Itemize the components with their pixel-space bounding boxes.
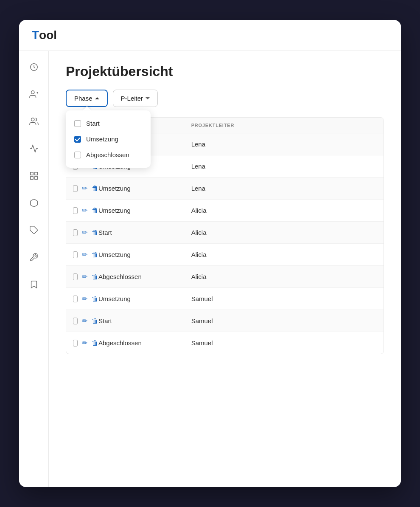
pleiter-filter-button[interactable]: P-Leiter <box>113 90 158 107</box>
phase-start-label: Start <box>86 120 100 127</box>
row-actions: ✏ 🗑 <box>73 184 98 192</box>
delete-icon[interactable]: 🗑 <box>92 339 98 347</box>
phase-cell: Abgeschlossen <box>98 273 191 280</box>
logo-highlight: T <box>32 28 39 42</box>
row-checkbox[interactable] <box>73 340 78 346</box>
analytics-icon[interactable] <box>26 141 42 156</box>
delete-icon[interactable]: 🗑 <box>92 295 98 303</box>
projektleiter-cell: Alicia <box>191 273 284 280</box>
phase-option-abgeschlossen[interactable]: Abgeschlossen <box>66 147 151 163</box>
table-row: ✏ 🗑 Umsetzung Alicia <box>66 200 384 222</box>
edit-icon[interactable]: ✏ <box>82 273 87 281</box>
table-row: ✏ 🗑 Start Samuel <box>66 310 384 332</box>
grid-icon[interactable] <box>26 168 42 183</box>
logo-text: ool <box>39 28 57 42</box>
phase-cell: Umsetzung <box>98 207 191 214</box>
edit-icon[interactable]: ✏ <box>82 184 87 192</box>
projektleiter-cell: Lena <box>191 163 284 170</box>
edit-icon[interactable]: ✏ <box>82 206 87 214</box>
table-row: ✏ 🗑 Umsetzung Samuel <box>66 288 384 310</box>
sidebar <box>19 51 49 487</box>
phase-dropdown-menu: Start Umsetzung Abgeschlossen <box>66 110 151 168</box>
edit-icon[interactable]: ✏ <box>82 339 87 347</box>
th-extra <box>284 123 377 128</box>
phase-cell: Abgeschlossen <box>98 339 191 346</box>
projektleiter-cell: Samuel <box>191 295 284 302</box>
phase-filter-button[interactable]: Phase <box>66 90 108 107</box>
row-checkbox[interactable] <box>73 318 78 324</box>
page-title: Projektübersicht <box>66 64 384 79</box>
dropdown-arrow <box>83 106 91 110</box>
row-actions: ✏ 🗑 <box>73 273 98 281</box>
phase-start-checkbox[interactable] <box>74 120 81 127</box>
row-actions: ✏ 🗑 <box>73 228 98 237</box>
projektleiter-cell: Samuel <box>191 339 284 346</box>
row-checkbox[interactable] <box>73 273 78 280</box>
logo: Tool <box>32 28 388 42</box>
svg-rect-8 <box>30 177 33 179</box>
packages-icon[interactable] <box>26 195 42 211</box>
phase-dropdown-wrapper: Phase Start Umsetzung <box>66 90 108 107</box>
app-window: Tool <box>19 20 401 487</box>
content: Projektübersicht Phase Start <box>49 51 401 487</box>
delete-icon[interactable]: 🗑 <box>92 229 98 237</box>
table-row: ✏ 🗑 Abgeschlossen Samuel <box>66 332 384 354</box>
phase-cell: Umsetzung <box>98 251 191 258</box>
row-actions: ✏ 🗑 <box>73 339 98 347</box>
users-icon[interactable] <box>26 87 42 102</box>
projektleiter-cell: Alicia <box>191 229 284 236</box>
projektleiter-cell: Alicia <box>191 207 284 214</box>
pleiter-filter-label: P-Leiter <box>121 95 143 102</box>
dashboard-icon[interactable] <box>26 59 42 75</box>
table-row: ✏ 🗑 Umsetzung Alicia <box>66 244 384 266</box>
projektleiter-cell: Lena <box>191 141 284 148</box>
table-row: ✏ 🗑 Abgeschlossen Alicia <box>66 266 384 288</box>
phase-option-start[interactable]: Start <box>66 115 151 131</box>
th-projektleiter: PROJEKTLEITER <box>191 123 284 128</box>
table-row: ✏ 🗑 Start Alicia <box>66 222 384 244</box>
delete-icon[interactable]: 🗑 <box>92 185 98 192</box>
row-actions: ✏ 🗑 <box>73 317 98 325</box>
tags-icon[interactable] <box>26 223 42 238</box>
phase-cell: Umsetzung <box>98 185 191 192</box>
pleiter-chevron-down-icon <box>146 97 150 99</box>
edit-icon[interactable]: ✏ <box>82 251 87 259</box>
row-actions: ✏ 🗑 <box>73 251 98 259</box>
row-actions: ✏ 🗑 <box>73 206 98 214</box>
svg-point-4 <box>31 118 34 121</box>
svg-rect-7 <box>34 177 37 179</box>
projektleiter-cell: Alicia <box>191 251 284 258</box>
edit-icon[interactable]: ✏ <box>82 317 87 325</box>
bookmark-icon[interactable] <box>26 277 42 292</box>
projektleiter-cell: Samuel <box>191 317 284 324</box>
delete-icon[interactable]: 🗑 <box>92 273 98 281</box>
filter-bar: Phase Start Umsetzung <box>66 90 384 107</box>
main-layout: Projektübersicht Phase Start <box>19 51 401 487</box>
phase-abgeschlossen-checkbox[interactable] <box>74 152 81 158</box>
phase-option-umsetzung[interactable]: Umsetzung <box>66 131 151 147</box>
phase-umsetzung-checkbox[interactable] <box>74 136 81 143</box>
row-checkbox[interactable] <box>73 185 78 192</box>
phase-abgeschlossen-label: Abgeschlossen <box>86 151 129 158</box>
phase-cell: Start <box>98 317 191 324</box>
svg-rect-5 <box>30 172 33 175</box>
phase-filter-label: Phase <box>74 95 92 102</box>
delete-icon[interactable]: 🗑 <box>92 207 98 214</box>
svg-rect-6 <box>34 172 37 175</box>
phase-chevron-up-icon <box>95 97 99 99</box>
row-checkbox[interactable] <box>73 207 78 214</box>
row-checkbox[interactable] <box>73 296 78 302</box>
delete-icon[interactable]: 🗑 <box>92 251 98 259</box>
row-checkbox[interactable] <box>73 229 78 236</box>
edit-icon[interactable]: ✏ <box>82 228 87 237</box>
phase-umsetzung-label: Umsetzung <box>86 135 118 143</box>
delete-icon[interactable]: 🗑 <box>92 317 98 325</box>
row-checkbox[interactable] <box>73 251 78 258</box>
groups-icon[interactable] <box>26 114 42 129</box>
edit-icon[interactable]: ✏ <box>82 295 87 303</box>
header: Tool <box>19 20 401 51</box>
row-actions: ✏ 🗑 <box>73 295 98 303</box>
phase-cell: Start <box>98 229 191 236</box>
table-row: ✏ 🗑 Umsetzung Lena <box>66 177 384 200</box>
settings-icon[interactable] <box>26 250 42 265</box>
